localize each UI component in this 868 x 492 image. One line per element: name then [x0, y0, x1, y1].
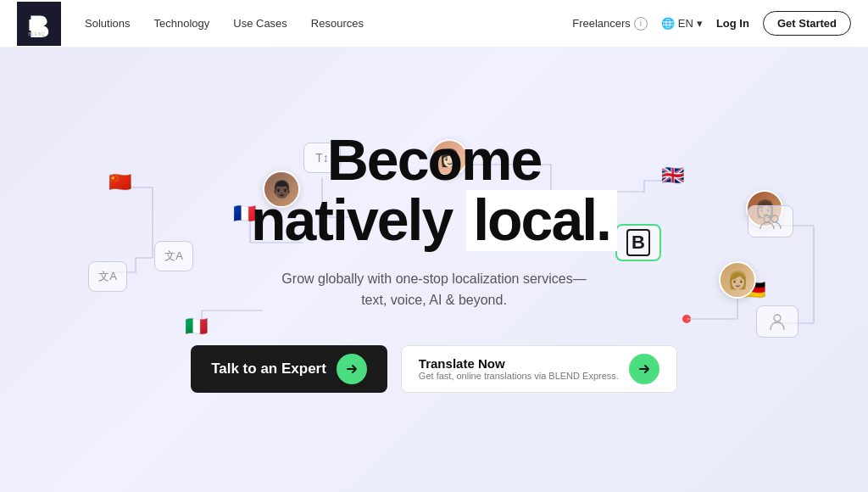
translate-text-group: Translate Now Get fast, online translati…	[419, 356, 619, 381]
nav-technology[interactable]: Technology	[153, 17, 209, 30]
navbar: B BLEND Solutions Technology Use Cases R…	[0, 0, 868, 48]
nav-solutions[interactable]: Solutions	[85, 17, 130, 30]
hero-title-highlight: local.	[466, 190, 617, 250]
translate-now-button[interactable]: Translate Now Get fast, online translati…	[401, 345, 677, 393]
hero-section: 🇨🇳 🇫🇷 🇮🇹 🇪🇸 🇬🇧 🇩🇪 👨🏿 👩🏻 👩🏽 👩🏼 T↕ 文A 文A	[0, 48, 868, 492]
nav-freelancers[interactable]: Freelancers i	[572, 17, 648, 31]
translate-icon-box-2: 文A	[88, 261, 127, 292]
logo[interactable]: B BLEND	[17, 2, 61, 46]
svg-text:BLEND: BLEND	[28, 32, 45, 36]
svg-point-7	[771, 215, 778, 222]
svg-point-3	[682, 315, 691, 323]
talk-to-expert-button[interactable]: Talk to an Expert	[191, 345, 387, 393]
person-icon-box	[756, 305, 798, 338]
hero-title: Become natively local.	[191, 130, 677, 251]
hero-subtitle: Grow globally with one-stop localization…	[191, 268, 677, 311]
hero-buttons: Talk to an Expert Translate Now Get fast…	[191, 345, 677, 393]
nav-use-cases[interactable]: Use Cases	[233, 17, 287, 30]
svg-point-6	[764, 215, 771, 222]
nav-links: Solutions Technology Use Cases Resources	[85, 17, 572, 30]
avatar-4: 👩🏼	[719, 261, 756, 299]
info-icon[interactable]: i	[634, 17, 648, 31]
hero-title-line1: Become	[191, 130, 677, 190]
translate-arrow-icon	[629, 354, 659, 384]
people-icon-box	[748, 205, 793, 238]
expert-arrow-icon	[337, 354, 367, 384]
hero-content: Become natively local. Grow globally wit…	[191, 130, 677, 393]
translate-subtitle: Get fast, online translations via BLEND …	[419, 371, 619, 381]
nav-right: Freelancers i 🌐 EN ▾ Log In Get Started	[572, 11, 851, 36]
translate-icon-box-1: 文A	[154, 241, 193, 271]
nav-language[interactable]: 🌐 EN ▾	[661, 17, 703, 30]
hero-title-line2: natively local.	[191, 190, 677, 250]
translate-title: Translate Now	[419, 356, 619, 371]
nav-resources[interactable]: Resources	[311, 17, 364, 30]
svg-text:B: B	[28, 17, 39, 34]
login-button[interactable]: Log In	[716, 17, 749, 30]
svg-point-8	[774, 315, 781, 321]
get-started-button[interactable]: Get Started	[763, 11, 851, 36]
flag-china: 🇨🇳	[108, 173, 131, 192]
